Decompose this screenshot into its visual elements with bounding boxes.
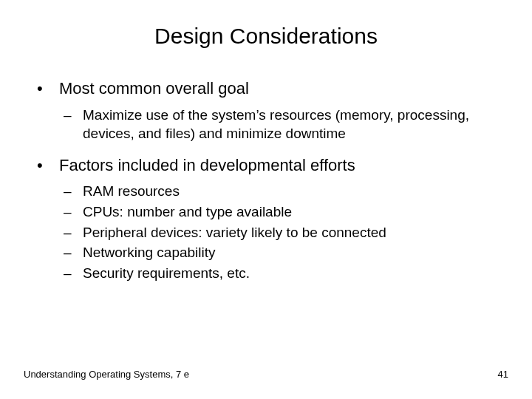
sublist-item: – Networking capability [64, 243, 495, 262]
dash-icon: – [64, 243, 83, 262]
page-number: 41 [498, 369, 508, 380]
sublist: – Maximize use of the system’s resources… [64, 106, 495, 143]
dash-icon: – [64, 264, 83, 283]
dash-icon: – [64, 106, 83, 125]
sublist-item-label: Networking capability [83, 243, 495, 262]
bullet-icon: • [37, 78, 59, 100]
dash-icon: – [64, 223, 83, 242]
bullet-icon: • [37, 155, 59, 177]
dash-icon: – [64, 202, 83, 222]
sublist: – RAM resources – CPUs: number and type … [64, 182, 495, 282]
sublist-item: – CPUs: number and type available [64, 202, 495, 222]
slide: Design Considerations • Most common over… [0, 0, 532, 399]
dash-icon: – [64, 182, 83, 201]
sublist-item-label: RAM resources [83, 182, 495, 201]
list-item-label: Most common overall goal [59, 78, 495, 100]
sublist-item-label: Peripheral devices: variety likely to be… [83, 223, 495, 242]
list-item: • Factors included in developmental effo… [37, 155, 495, 283]
sublist-item-label: Maximize use of the system’s resources (… [83, 106, 495, 143]
sublist-item: – Peripheral devices: variety likely to … [64, 223, 495, 242]
sublist-item-label: Security requirements, etc. [83, 264, 495, 283]
slide-title: Design Considerations [37, 24, 495, 49]
sublist-item-label: CPUs: number and type available [83, 202, 495, 222]
list-item: • Most common overall goal – Maximize us… [37, 78, 495, 143]
sublist-item: – Maximize use of the system’s resources… [64, 106, 495, 143]
sublist-item: – RAM resources [64, 182, 495, 201]
list-item-label: Factors included in developmental effort… [59, 155, 495, 177]
content-list: • Most common overall goal – Maximize us… [37, 78, 495, 283]
footer-text: Understanding Operating Systems, 7 e [24, 369, 189, 380]
sublist-item: – Security requirements, etc. [64, 264, 495, 283]
